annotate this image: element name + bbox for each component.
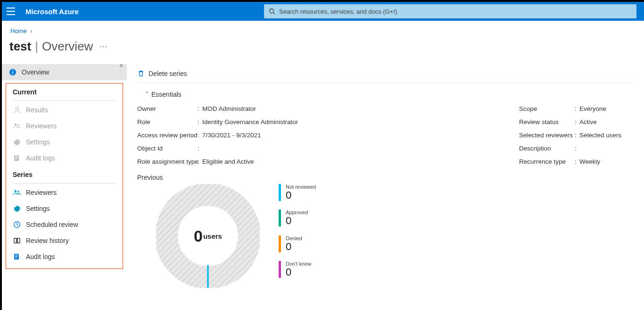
nav-series-history[interactable]: Review history [6, 233, 123, 249]
svg-rect-11 [15, 159, 17, 159]
title-more-button[interactable]: ··· [99, 42, 107, 51]
resource-name: test [9, 39, 31, 54]
period-label: Access review period [137, 132, 198, 139]
nav-current-results[interactable]: Results [6, 102, 123, 118]
nav-group-series: Series [6, 166, 123, 181]
svg-point-7 [17, 124, 19, 126]
legend-dontknow-value: 0 [286, 267, 311, 278]
people-icon [13, 122, 21, 130]
legend-bar-approved [279, 209, 281, 226]
people-icon [13, 188, 21, 197]
scope-label: Scope [519, 105, 575, 112]
page-section: Overview [42, 39, 93, 54]
desc-label: Description [519, 145, 575, 152]
nav-series-scheduled-label: Scheduled review [26, 221, 78, 228]
svg-point-12 [15, 190, 17, 192]
delete-series-button[interactable]: Delete series [137, 70, 187, 77]
recurrence-label: Recurrence type [519, 158, 575, 165]
svg-rect-9 [15, 156, 18, 157]
svg-point-13 [17, 191, 19, 193]
person-icon [13, 106, 21, 114]
collapse-nav-icon[interactable]: « [119, 61, 123, 69]
legend-denied-label: Denied [286, 235, 302, 241]
reviewers-label: Selected reviewers [519, 132, 575, 139]
azure-top-bar: Microsoft Azure [2, 2, 644, 21]
legend-dontknow: Don't know0 [279, 261, 316, 278]
svg-rect-17 [15, 255, 18, 255]
legend-not-reviewed-value: 0 [286, 190, 316, 201]
recurrence-value: Weekly [579, 158, 600, 165]
nav-series-scheduled[interactable]: Scheduled review [6, 217, 123, 233]
legend-bar-dontknow [279, 261, 281, 278]
trash-icon [137, 70, 145, 77]
breadcrumb: Home › [2, 21, 644, 34]
blade-nav: « Overview Current Results Reviewers Set… [2, 64, 127, 288]
legend-bar-not-reviewed [279, 184, 281, 201]
command-bar: Delete series [137, 64, 635, 83]
svg-rect-10 [15, 158, 18, 158]
legend-denied: Denied0 [279, 235, 316, 252]
reviewers-value: Selected users [579, 132, 621, 139]
nav-current-audit-label: Audit logs [26, 154, 55, 162]
nav-highlight-box: Current Results Reviewers Settings Audit… [6, 83, 123, 269]
nav-current-settings[interactable]: Settings [6, 134, 123, 150]
svg-rect-18 [15, 256, 18, 257]
info-icon [8, 68, 17, 76]
legend-approved-value: 0 [286, 215, 308, 226]
nav-current-reviewers[interactable]: Reviewers [6, 118, 123, 134]
nav-series-audit[interactable]: Audit logs [6, 249, 123, 265]
svg-line-1 [273, 13, 275, 15]
svg-point-6 [15, 124, 17, 126]
status-value: Active [579, 118, 597, 126]
global-search[interactable] [264, 4, 636, 18]
chevron-up-icon: ˄ [146, 91, 149, 98]
page-title-bar: test | Overview ··· [2, 34, 644, 64]
svg-rect-3 [12, 72, 13, 75]
book-icon [13, 236, 21, 245]
legend-denied-value: 0 [286, 241, 302, 252]
nav-current-settings-label: Settings [26, 138, 50, 146]
assignment-label: Role assignment type [137, 158, 198, 165]
title-separator: | [35, 39, 38, 54]
gear-icon [13, 204, 21, 213]
assignment-value: Eligible and Active [202, 158, 254, 165]
svg-rect-19 [15, 258, 17, 258]
owner-label: Owner [137, 105, 198, 112]
nav-series-reviewers[interactable]: Reviewers [6, 184, 123, 201]
breadcrumb-separator: › [30, 27, 32, 34]
svg-point-5 [16, 107, 18, 110]
essentials-title: Essentials [151, 91, 182, 98]
search-icon [269, 8, 275, 15]
breadcrumb-home[interactable]: Home [10, 27, 27, 34]
role-label: Role [137, 118, 198, 126]
nav-series-reviewers-label: Reviewers [26, 189, 57, 196]
scope-value: Everyone [579, 105, 606, 112]
donut-center-value: 0 [194, 227, 203, 245]
gear-icon [13, 138, 21, 146]
nav-group-current: Current [6, 84, 123, 99]
legend-bar-denied [279, 235, 281, 252]
brand-label: Microsoft Azure [25, 8, 79, 16]
svg-point-0 [270, 9, 274, 13]
log-icon [13, 252, 21, 261]
delete-series-label: Delete series [149, 70, 187, 77]
nav-series-history-label: Review history [26, 237, 69, 244]
legend-approved: Approved0 [279, 209, 316, 226]
role-value: Identity Governance Administrator [202, 118, 298, 126]
donut-center: 0 users [156, 184, 260, 288]
main-panel: Delete series ˄ Essentials Owner:MOD Adm… [127, 64, 644, 288]
nav-overview-label: Overview [22, 68, 49, 76]
status-label: Review status [519, 118, 575, 126]
essentials-toggle[interactable]: ˄ Essentials [146, 91, 635, 98]
chart-legend: Not reviewed0 Approved0 Denied0 Don't kn… [279, 184, 316, 278]
global-search-input[interactable] [279, 8, 632, 15]
nav-series-settings[interactable]: Settings [6, 201, 123, 217]
nav-current-reviewers-label: Reviewers [26, 122, 57, 130]
log-icon [13, 154, 21, 162]
previous-section-title: Previous [137, 174, 635, 181]
nav-current-audit[interactable]: Audit logs [6, 150, 123, 166]
hamburger-menu-icon[interactable] [7, 7, 16, 16]
clock-icon [13, 220, 21, 229]
nav-current-results-label: Results [26, 106, 48, 114]
nav-overview[interactable]: Overview [2, 64, 127, 80]
